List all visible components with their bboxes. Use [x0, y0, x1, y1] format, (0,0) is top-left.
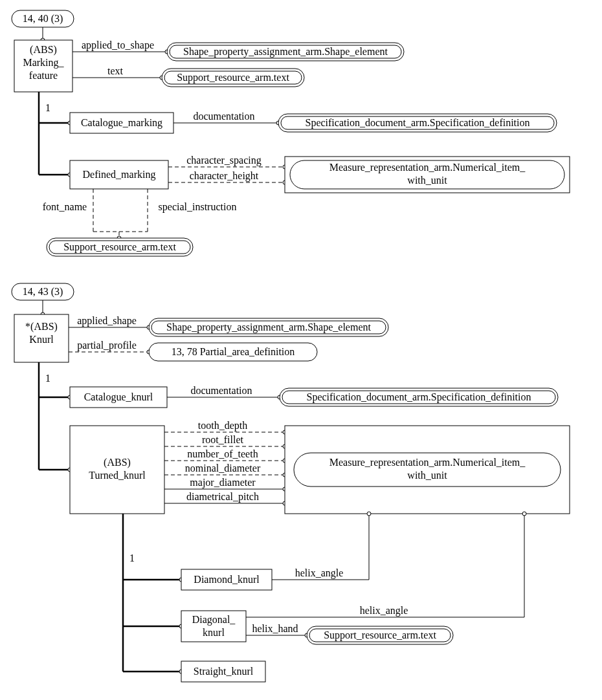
- nominal-diameter-label: nominal_diameter: [185, 463, 261, 474]
- catalogue-marking-text: Catalogue_marking: [81, 117, 162, 129]
- knurl-name: Knurl: [29, 334, 54, 345]
- major-diameter-label: major_diameter: [190, 477, 256, 488]
- documentation-label-1: documentation: [193, 111, 254, 122]
- turned-knurl-name: Turned_knurl: [89, 470, 146, 481]
- diagonal-knurl-name1: Diagonal_: [192, 614, 236, 626]
- diametrical-pitch-label: diametrical_pitch: [186, 491, 259, 503]
- marking-feature-name2: feature: [29, 70, 58, 81]
- numerical-item-ref-2-line2: with_unit: [407, 470, 447, 481]
- diamond-knurl-text: Diamond_knurl: [194, 574, 260, 585]
- tooth-depth-label: tooth_depth: [198, 420, 247, 432]
- support-text-ref-3-text: Support_resource_arm.text: [324, 629, 436, 641]
- support-text-ref-1-text: Support_resource_arm.text: [177, 72, 289, 83]
- shape-element-ref-1-text: Shape_property_assignment_arm.Shape_elem…: [183, 46, 388, 58]
- font-name-label: font_name: [43, 201, 87, 212]
- numerical-item-ref-1-line2: with_unit: [407, 175, 447, 186]
- spec-def-ref-2-text: Specification_document_arm.Specification…: [306, 391, 531, 403]
- partial-area-ref-text: 13, 78 Partial_area_definition: [172, 346, 295, 357]
- documentation-label-2: documentation: [190, 385, 252, 396]
- diamond-helix-label: helix_angle: [295, 567, 344, 579]
- svg-point-63: [522, 512, 526, 516]
- turned-knurl-abs: (ABS): [104, 457, 131, 468]
- char-spacing-label: character_spacing: [186, 155, 261, 166]
- turned-subtype-card: 1: [129, 552, 135, 563]
- char-height-label: character_height: [190, 170, 259, 182]
- applied-shape-label: applied_shape: [77, 315, 137, 327]
- diagonal-knurl-name2: knurl: [203, 627, 225, 638]
- helix-hand-label: helix_hand: [252, 623, 298, 634]
- numerical-item-ref-2-line1: Measure_representation_arm.Numerical_ite…: [329, 457, 526, 468]
- straight-knurl-text: Straight_knurl: [194, 666, 254, 677]
- marking-feature-abs: (ABS): [30, 44, 57, 56]
- catalogue-knurl-text: Catalogue_knurl: [84, 391, 153, 403]
- root-fillet-label: root_fillet: [202, 434, 244, 445]
- applied-to-shape-label: applied_to_shape: [82, 39, 154, 51]
- number-of-teeth-label: number_of_teeth: [187, 448, 258, 459]
- svg-point-58: [367, 512, 371, 516]
- special-instruction-label: special_instruction: [159, 201, 237, 213]
- text-attr-label: text: [107, 65, 124, 76]
- spec-def-ref-1-text: Specification_document_arm.Specification…: [305, 117, 530, 129]
- shape-element-ref-2-text: Shape_property_assignment_arm.Shape_elem…: [166, 322, 371, 333]
- knurl-abs: *(ABS): [25, 321, 58, 333]
- diagonal-helix-angle-label: helix_angle: [360, 605, 408, 617]
- page-ref-2-text: 14, 43 (3): [23, 286, 63, 298]
- marking-feature-name1: Marking_: [23, 57, 64, 69]
- marking-subtype-card: 1: [45, 102, 50, 113]
- knurl-subtype-card: 1: [45, 373, 50, 384]
- support-text-ref-2-text: Support_resource_arm.text: [63, 241, 176, 253]
- partial-profile-label: partial_profile: [77, 340, 137, 351]
- numerical-item-ref-1-line1: Measure_representation_arm.Numerical_ite…: [329, 162, 526, 173]
- page-ref-1-text: 14, 40 (3): [23, 13, 63, 25]
- express-g-diagram: 14, 40 (3) (ABS) Marking_ feature applie…: [0, 0, 602, 700]
- defined-marking-text: Defined_marking: [83, 169, 156, 180]
